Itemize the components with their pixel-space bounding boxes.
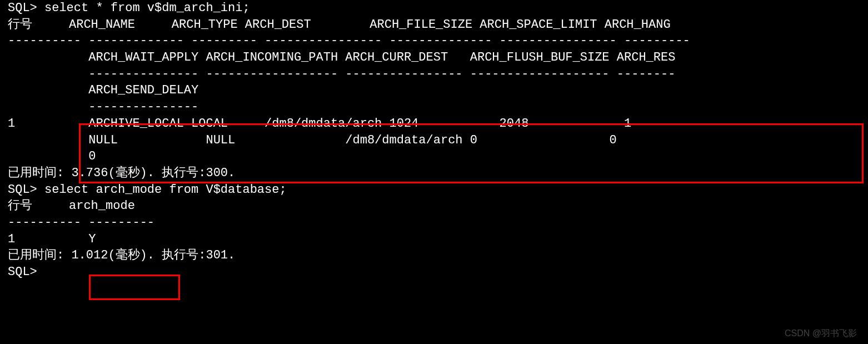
watermark: CSDN @羽书飞影 [785,327,857,340]
terminal-line: --------------- [8,99,860,116]
terminal-line: 行号 arch_mode [8,198,860,215]
terminal-line: 行号 ARCH_NAME ARCH_TYPE ARCH_DEST ARCH_FI… [8,17,860,33]
terminal-line: 1 ARCHIVE_LOCAL LOCAL /dm8/dmdata/arch 1… [8,116,860,132]
terminal-line: SQL> select * from v$dm_arch_ini; [8,0,860,17]
terminal-line: 0 [8,148,860,165]
terminal-line: --------------- ------------------ -----… [8,66,860,83]
terminal-line: SQL> select arch_mode from V$database; [8,182,860,198]
terminal-line: ---------- ------------- --------- -----… [8,33,860,49]
terminal-line: SQL> [8,264,860,281]
terminal-line: ---------- --------- [8,215,860,231]
terminal-line: NULL NULL /dm8/dmdata/arch 0 0 [8,132,860,149]
terminal-output[interactable]: SQL> select * from v$dm_arch_ini; 行号 ARC… [0,0,868,281]
terminal-line: 1 Y [8,231,860,248]
terminal-line: 已用时间: 3.736(毫秒). 执行号:300. [8,165,860,182]
terminal-line: ARCH_SEND_DELAY [8,82,860,99]
terminal-line: ARCH_WAIT_APPLY ARCH_INCOMING_PATH ARCH_… [8,49,860,66]
terminal-line: 已用时间: 1.012(毫秒). 执行号:301. [8,247,860,264]
